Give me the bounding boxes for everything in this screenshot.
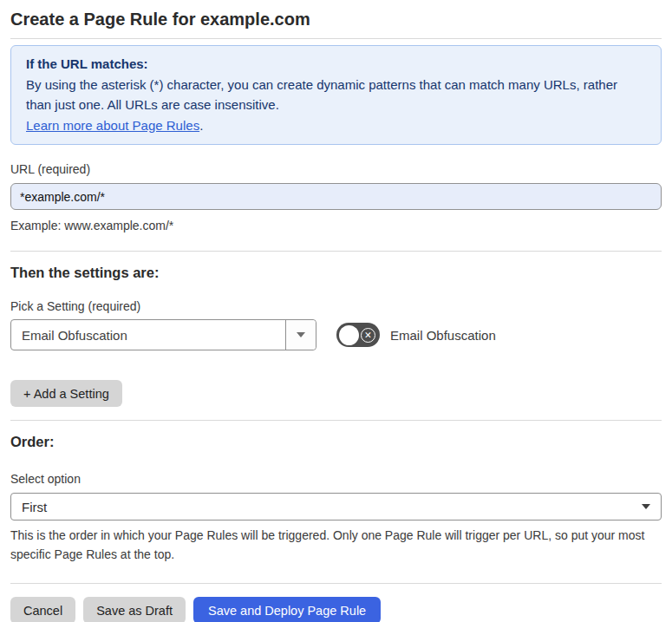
select-arrow-icon	[642, 504, 650, 509]
info-box-heading: If the URL matches:	[26, 54, 646, 75]
dropdown-arrow-button[interactable]	[285, 320, 316, 350]
toggle-group: ✕ Email Obfuscation	[336, 323, 496, 347]
order-select[interactable]: First	[10, 493, 662, 521]
save-draft-button[interactable]: Save as Draft	[83, 597, 186, 622]
save-deploy-button[interactable]: Save and Deploy Page Rule	[193, 597, 381, 622]
add-setting-button[interactable]: + Add a Setting	[10, 380, 122, 407]
chevron-down-icon	[297, 332, 305, 337]
link-period: .	[199, 118, 203, 133]
order-select-value: First	[22, 500, 47, 514]
create-page-rule-form: Create a Page Rule for example.com If th…	[0, 0, 672, 622]
setting-dropdown-value: Email Obfuscation	[11, 320, 285, 350]
cancel-button[interactable]: Cancel	[10, 597, 75, 622]
url-label: URL (required)	[10, 162, 662, 176]
url-input[interactable]	[10, 183, 662, 210]
settings-heading: Then the settings are:	[10, 263, 662, 282]
select-option-label: Select option	[10, 472, 662, 486]
toggle-label: Email Obfuscation	[390, 328, 496, 343]
setting-row: Email Obfuscation ✕ Email Obfuscation	[10, 319, 662, 350]
learn-more-link[interactable]: Learn more about Page Rules	[26, 118, 199, 133]
info-link-line: Learn more about Page Rules.	[26, 115, 646, 136]
order-helper: This is the order in which your Page Rul…	[10, 526, 652, 564]
toggle-off-x-icon: ✕	[361, 328, 375, 343]
email-obfuscation-toggle[interactable]: ✕	[336, 323, 380, 347]
page-title: Create a Page Rule for example.com	[10, 9, 662, 29]
setting-dropdown[interactable]: Email Obfuscation	[10, 319, 316, 350]
toggle-knob	[339, 325, 359, 345]
footer-divider	[10, 583, 662, 584]
order-heading: Order:	[10, 432, 662, 451]
url-match-info-box: If the URL matches: By using the asteris…	[10, 45, 662, 145]
section-divider	[10, 420, 662, 421]
pick-setting-label: Pick a Setting (required)	[10, 299, 662, 313]
info-box-body: By using the asterisk (*) character, you…	[26, 75, 646, 115]
title-divider	[10, 38, 662, 39]
section-divider	[10, 251, 662, 252]
footer-actions: Cancel Save as Draft Save and Deploy Pag…	[10, 597, 662, 622]
url-example-helper: Example: www.example.com/*	[10, 216, 662, 235]
